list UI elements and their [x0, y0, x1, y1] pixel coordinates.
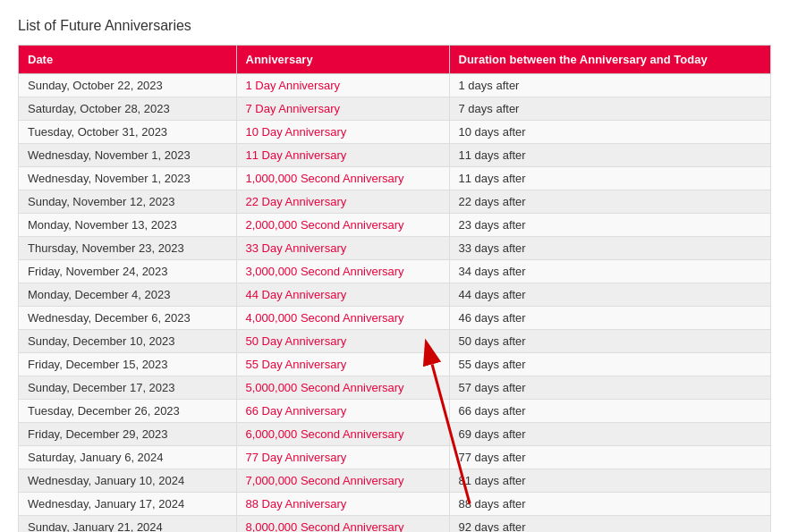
cell-anniversary[interactable]: 33 Day Anniversary [236, 237, 449, 260]
cell-duration: 23 days after [449, 214, 770, 237]
cell-anniversary[interactable]: 88 Day Anniversary [236, 493, 449, 516]
table-row: Wednesday, November 1, 20231,000,000 Sec… [19, 167, 771, 190]
cell-date: Tuesday, October 31, 2023 [19, 121, 237, 144]
cell-anniversary[interactable]: 66 Day Anniversary [236, 400, 449, 423]
page-title: List of Future Anniversaries [18, 18, 771, 34]
table-row: Sunday, November 12, 202322 Day Annivers… [19, 190, 771, 214]
table-row: Saturday, January 6, 202477 Day Annivers… [19, 446, 771, 469]
cell-duration: 81 days after [449, 469, 770, 493]
table-header-row: Date Anniversary Duration between the An… [19, 46, 771, 74]
table-row: Monday, December 4, 202344 Day Anniversa… [19, 283, 771, 307]
table-row: Wednesday, January 17, 202488 Day Annive… [19, 493, 771, 516]
cell-date: Sunday, December 17, 2023 [19, 376, 237, 400]
cell-date: Sunday, January 21, 2024 [19, 516, 237, 533]
cell-anniversary[interactable]: 8,000,000 Second Anniversary [236, 516, 449, 533]
cell-date: Sunday, October 22, 2023 [19, 74, 237, 97]
cell-date: Monday, November 13, 2023 [19, 214, 237, 237]
table-row: Saturday, October 28, 20237 Day Annivers… [19, 97, 771, 121]
anniversaries-table: Date Anniversary Duration between the An… [18, 45, 771, 532]
table-row: Wednesday, December 6, 20234,000,000 Sec… [19, 307, 771, 330]
cell-duration: 34 days after [449, 260, 770, 283]
cell-anniversary[interactable]: 50 Day Anniversary [236, 330, 449, 353]
cell-date: Wednesday, December 6, 2023 [19, 307, 237, 330]
cell-date: Tuesday, December 26, 2023 [19, 400, 237, 423]
cell-anniversary[interactable]: 1 Day Anniversary [236, 74, 449, 97]
cell-date: Wednesday, November 1, 2023 [19, 144, 237, 167]
cell-duration: 88 days after [449, 493, 770, 516]
cell-date: Wednesday, November 1, 2023 [19, 167, 237, 190]
cell-anniversary[interactable]: 4,000,000 Second Anniversary [236, 307, 449, 330]
cell-duration: 22 days after [449, 190, 770, 214]
cell-anniversary[interactable]: 44 Day Anniversary [236, 283, 449, 307]
cell-anniversary[interactable]: 5,000,000 Second Anniversary [236, 376, 449, 400]
cell-date: Friday, November 24, 2023 [19, 260, 237, 283]
cell-duration: 77 days after [449, 446, 770, 469]
cell-duration: 69 days after [449, 423, 770, 446]
cell-date: Saturday, January 6, 2024 [19, 446, 237, 469]
cell-duration: 7 days after [449, 97, 770, 121]
table-row: Thursday, November 23, 202333 Day Annive… [19, 237, 771, 260]
cell-anniversary[interactable]: 6,000,000 Second Anniversary [236, 423, 449, 446]
cell-duration: 55 days after [449, 353, 770, 376]
table-row: Tuesday, October 31, 202310 Day Annivers… [19, 121, 771, 144]
cell-date: Friday, December 15, 2023 [19, 353, 237, 376]
cell-duration: 33 days after [449, 237, 770, 260]
table-row: Wednesday, November 1, 202311 Day Annive… [19, 144, 771, 167]
cell-anniversary[interactable]: 2,000,000 Second Anniversary [236, 214, 449, 237]
cell-duration: 66 days after [449, 400, 770, 423]
cell-date: Monday, December 4, 2023 [19, 283, 237, 307]
col-header-duration: Duration between the Anniversary and Tod… [449, 46, 770, 74]
table-row: Sunday, December 17, 20235,000,000 Secon… [19, 376, 771, 400]
cell-duration: 46 days after [449, 307, 770, 330]
cell-anniversary[interactable]: 55 Day Anniversary [236, 353, 449, 376]
cell-anniversary[interactable]: 7 Day Anniversary [236, 97, 449, 121]
cell-duration: 11 days after [449, 144, 770, 167]
cell-duration: 10 days after [449, 121, 770, 144]
cell-date: Friday, December 29, 2023 [19, 423, 237, 446]
table-row: Wednesday, January 10, 20247,000,000 Sec… [19, 469, 771, 493]
cell-date: Saturday, October 28, 2023 [19, 97, 237, 121]
table-wrapper: Date Anniversary Duration between the An… [18, 45, 771, 532]
cell-duration: 11 days after [449, 167, 770, 190]
cell-date: Wednesday, January 10, 2024 [19, 469, 237, 493]
cell-anniversary[interactable]: 1,000,000 Second Anniversary [236, 167, 449, 190]
cell-anniversary[interactable]: 10 Day Anniversary [236, 121, 449, 144]
table-row: Friday, November 24, 20233,000,000 Secon… [19, 260, 771, 283]
col-header-date: Date [19, 46, 237, 74]
table-row: Sunday, January 21, 20248,000,000 Second… [19, 516, 771, 533]
table-row: Sunday, December 10, 202350 Day Annivers… [19, 330, 771, 353]
table-row: Sunday, October 22, 20231 Day Anniversar… [19, 74, 771, 97]
table-row: Friday, December 29, 20236,000,000 Secon… [19, 423, 771, 446]
cell-anniversary[interactable]: 77 Day Anniversary [236, 446, 449, 469]
cell-duration: 92 days after [449, 516, 770, 533]
cell-date: Sunday, November 12, 2023 [19, 190, 237, 214]
cell-anniversary[interactable]: 3,000,000 Second Anniversary [236, 260, 449, 283]
table-row: Friday, December 15, 202355 Day Annivers… [19, 353, 771, 376]
cell-duration: 50 days after [449, 330, 770, 353]
cell-anniversary[interactable]: 7,000,000 Second Anniversary [236, 469, 449, 493]
cell-anniversary[interactable]: 22 Day Anniversary [236, 190, 449, 214]
cell-anniversary[interactable]: 11 Day Anniversary [236, 144, 449, 167]
cell-date: Sunday, December 10, 2023 [19, 330, 237, 353]
cell-duration: 44 days after [449, 283, 770, 307]
table-row: Tuesday, December 26, 202366 Day Anniver… [19, 400, 771, 423]
cell-date: Thursday, November 23, 2023 [19, 237, 237, 260]
table-row: Monday, November 13, 20232,000,000 Secon… [19, 214, 771, 237]
cell-duration: 1 days after [449, 74, 770, 97]
cell-date: Wednesday, January 17, 2024 [19, 493, 237, 516]
cell-duration: 57 days after [449, 376, 770, 400]
col-header-anniversary: Anniversary [236, 46, 449, 74]
